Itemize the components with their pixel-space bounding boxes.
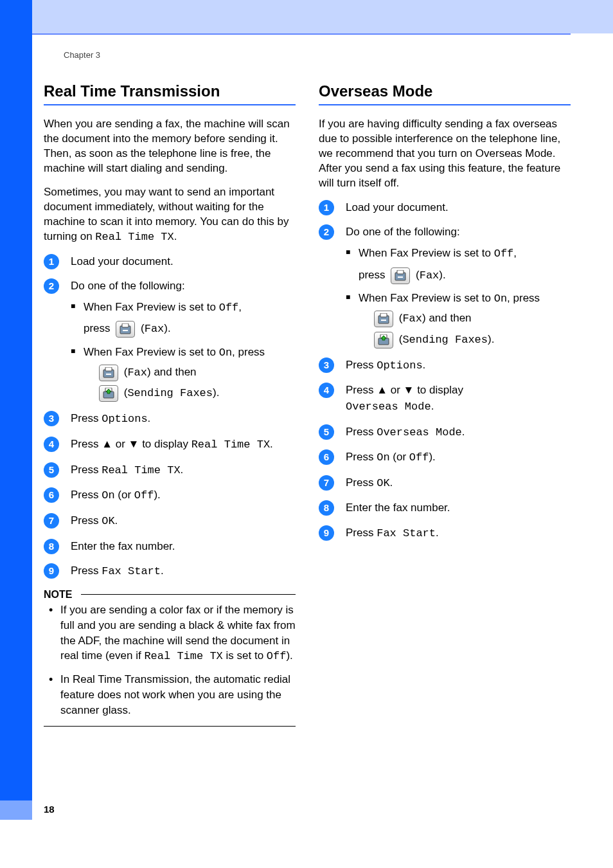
list-item: When Fax Preview is set to On, press (Fa… [84, 345, 296, 402]
up-arrow-icon: ▲ [377, 384, 387, 396]
mono-text: Overseas Mode [346, 401, 431, 413]
step-text: Press [346, 451, 377, 463]
text: ). [439, 269, 445, 281]
step-item: 4Press ▲ or ▼ to display Real Time TX. [44, 437, 296, 453]
note-label: NOTE [44, 589, 78, 601]
step-item: 4Press ▲ or ▼ to displayOverseas Mode. [319, 383, 571, 415]
step-number: 6 [319, 449, 334, 465]
mono-text: Options [377, 359, 422, 372]
step-text: Enter the fax number. [346, 502, 450, 514]
mono-text: On [219, 347, 232, 359]
svg-rect-5 [106, 374, 111, 375]
step-number: 3 [319, 357, 334, 373]
step-text: . [431, 400, 434, 412]
step-text: Press [71, 565, 102, 577]
step-item: 1Load your document. [319, 200, 571, 216]
text: ) and then [147, 366, 197, 379]
step-number: 3 [44, 411, 59, 426]
step-text: Press [346, 359, 377, 371]
text: press [359, 269, 388, 281]
right-column: Overseas Mode If you are having difficul… [319, 82, 571, 727]
rtt-para1: When you are sending a fax, the machine … [44, 117, 296, 176]
text: In Real Time Transmission, the automatic… [60, 673, 290, 716]
step-text: . [390, 476, 393, 489]
svg-rect-1 [122, 323, 129, 327]
step-number: 1 [44, 254, 59, 269]
text: ( [121, 387, 127, 399]
step-text: . [161, 565, 164, 577]
step-item: 6Press On (or Off). [319, 449, 571, 466]
step-number: 7 [44, 513, 59, 529]
text: , press [232, 346, 265, 358]
step-text: (or [390, 451, 409, 463]
step-text: or [387, 384, 404, 396]
up-arrow-icon: ▲ [102, 438, 112, 450]
step-text: . [181, 464, 184, 476]
list-item: When Fax Preview is set to Off,press (Fa… [359, 246, 571, 284]
side-accent-bar [0, 0, 32, 800]
mono-text: Off [494, 248, 514, 260]
step-text: Press [71, 438, 102, 450]
text: , [238, 301, 242, 313]
step-text: . [423, 359, 426, 371]
mono-text: Fax [145, 323, 164, 336]
left-column: Real Time Transmission When you are send… [44, 82, 296, 727]
step-text: Load your document. [71, 255, 173, 267]
mono-text: OK [377, 477, 389, 489]
step-item: 8Enter the fax number. [44, 539, 296, 555]
list-item: When Fax Preview is set to Off,press (Fa… [84, 300, 296, 338]
icon-line: (Fax) and then [96, 365, 296, 381]
step-number: 9 [44, 563, 59, 579]
icon-line: (Fax) and then [371, 311, 571, 327]
step-text: Load your document. [346, 201, 449, 213]
step-item: 5Press Real Time TX. [44, 462, 296, 479]
section-rule [319, 104, 571, 105]
text: When Fax Preview is set to [84, 346, 219, 358]
text: When Fax Preview is set to [84, 301, 219, 313]
mono-text: Off [409, 451, 429, 464]
text: is set to [223, 649, 267, 662]
section-heading-rtt: Real Time Transmission [44, 82, 296, 100]
mono-text: Overseas Mode [377, 426, 462, 439]
text: ). [488, 333, 494, 345]
step-item: 7Press OK. [44, 513, 296, 530]
step-number: 8 [44, 539, 59, 554]
text: When Fax Preview is set to [359, 292, 494, 304]
note-item: In Real Time Transmission, the automatic… [49, 672, 296, 718]
step-text: Do one of the following: [346, 226, 460, 238]
mono-text: Fax [127, 367, 147, 379]
rtt-steps: 1Load your document.2Do one of the follo… [44, 254, 296, 580]
text: press [84, 323, 113, 335]
step-item: 9Press Fax Start. [319, 525, 571, 542]
step-text: Press [346, 426, 377, 438]
content-columns: Real Time Transmission When you are send… [44, 82, 571, 727]
down-arrow-icon: ▼ [404, 384, 414, 396]
mono-text: On [102, 489, 114, 502]
header-band [32, 0, 613, 33]
sub-bullets: When Fax Preview is set to Off,press (Fa… [71, 300, 296, 402]
text: ( [413, 269, 419, 281]
svg-rect-11 [398, 276, 403, 278]
step-text: Press [346, 527, 377, 539]
text: ). [286, 649, 292, 662]
svg-rect-2 [123, 330, 128, 331]
mono-text: Sending Faxes [127, 388, 213, 400]
step-item: 5Press Overseas Mode. [319, 424, 571, 441]
fax-icon [374, 311, 393, 327]
down-arrow-icon: ▼ [129, 438, 139, 450]
step-number: 4 [44, 437, 59, 452]
sub-bullets: When Fax Preview is set to Off,press (Fa… [346, 246, 571, 348]
step-number: 4 [319, 383, 334, 398]
step-text: Do one of the following: [71, 280, 185, 292]
step-text: . [436, 527, 439, 539]
step-text: . [148, 412, 151, 424]
step-text: ). [429, 451, 435, 463]
svg-rect-10 [397, 270, 404, 274]
note-list: If you are sending a color fax or if the… [49, 602, 296, 718]
step-item: 7Press OK. [319, 475, 571, 492]
step-text: Press [71, 412, 102, 424]
list-item: When Fax Preview is set to On, press (Fa… [359, 291, 571, 348]
sending-faxes-icon [374, 332, 393, 348]
text: , press [507, 292, 540, 304]
note-rule-top [81, 594, 296, 595]
